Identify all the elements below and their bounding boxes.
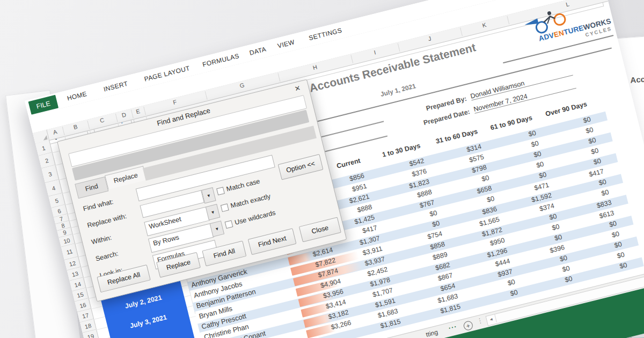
scroll-left-icon[interactable]: ◄	[486, 314, 497, 325]
checkbox-match-exactly[interactable]	[221, 203, 229, 212]
back-card-title-fragment: Acc	[630, 75, 644, 85]
find-next-button[interactable]: Find Next	[248, 228, 297, 255]
option-button[interactable]: Option <<	[278, 154, 324, 180]
checkbox-label: Match exactly	[230, 193, 272, 210]
within-label: Within:	[91, 226, 144, 246]
left-rule-2	[325, 135, 387, 151]
replace-with-dropdown-icon[interactable]: ▼	[201, 187, 216, 204]
left-rule-1	[321, 121, 384, 137]
excel-window: FILE HOMEINSERTPAGE LAYOUTFORMULASDATAVI…	[25, 0, 644, 338]
checkbox-use-wildcards[interactable]	[225, 220, 233, 229]
sheet-tab[interactable]: tting	[425, 328, 438, 338]
search-label: Search:	[95, 243, 149, 263]
select-all-icon	[42, 135, 48, 141]
ribbon-tab-home[interactable]: HOME	[67, 90, 88, 102]
new-sheet-icon[interactable]: +	[463, 320, 474, 332]
tab-replace-label: Replace	[113, 171, 138, 185]
checkbox-label: Match case	[225, 178, 260, 193]
tab-find[interactable]: Find	[75, 177, 108, 199]
checkbox-label: Use wildcards	[234, 209, 276, 226]
date-cell[interactable]: July 3, 2021	[108, 308, 189, 335]
tab-find-label: Find	[84, 182, 99, 193]
ribbon-tab-data[interactable]: DATA	[248, 46, 267, 57]
ribbon-tab-insert[interactable]: INSERT	[103, 80, 129, 93]
close-button[interactable]: Close	[299, 217, 341, 242]
replace-with-label: Replace with:	[86, 209, 140, 230]
checkbox-match-case[interactable]	[216, 187, 225, 195]
hidden-sheets-icon[interactable]: ···	[448, 322, 458, 332]
ribbon-tab-view[interactable]: VIEW	[277, 38, 296, 49]
tab-options-icon[interactable]: ⋮	[476, 317, 484, 325]
